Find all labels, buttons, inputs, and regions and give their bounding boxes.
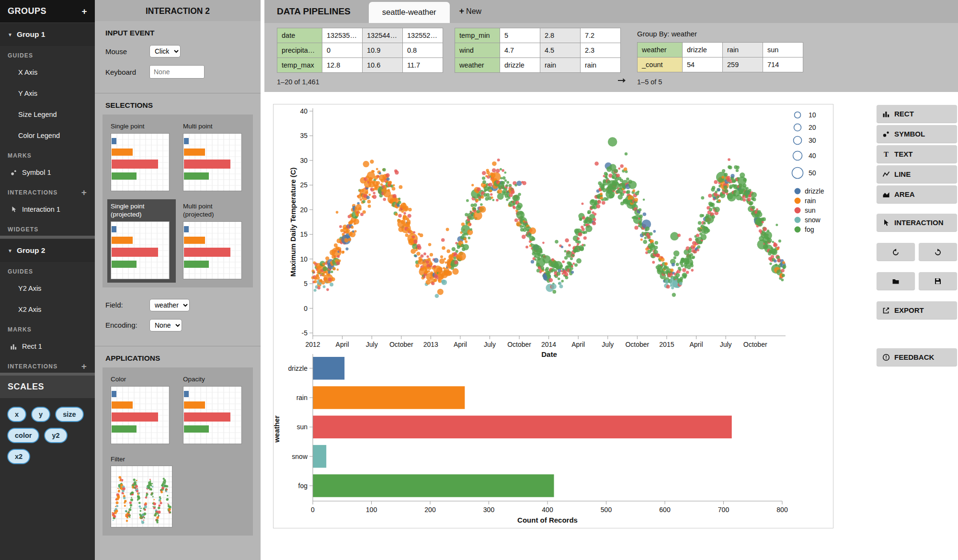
scale-pill-x[interactable]: x: [7, 407, 26, 422]
svg-text:Date: Date: [541, 350, 557, 358]
svg-text:July: July: [366, 341, 378, 348]
pipelines-header-row: DATA PIPELINES seattle-weather +New: [264, 0, 958, 23]
open-button[interactable]: [877, 272, 915, 290]
add-interaction-button-2[interactable]: +: [81, 363, 87, 370]
scale-pill-size[interactable]: size: [55, 407, 83, 422]
encoding-select[interactable]: None: [149, 319, 182, 331]
rect-tool-button[interactable]: RECT: [877, 105, 957, 123]
svg-text:October: October: [507, 341, 531, 348]
interaction-cursor-icon: [10, 206, 18, 213]
mouse-event-select[interactable]: Click: [149, 45, 181, 57]
value-cell: 714: [763, 57, 803, 72]
value-cell: 132544…: [363, 28, 403, 43]
sidebar-item-x-axis[interactable]: X Axis: [0, 62, 95, 83]
scale-pill-color[interactable]: color: [7, 428, 39, 443]
add-group-button[interactable]: +: [81, 8, 87, 15]
field-cell[interactable]: temp_max: [277, 58, 322, 73]
data-table-2: temp_min52.87.2wind4.74.52.3weatherdrizz…: [455, 28, 621, 73]
scale-pill-y[interactable]: y: [31, 407, 50, 422]
svg-text:fog: fog: [805, 226, 814, 233]
svg-text:100: 100: [366, 506, 377, 514]
add-interaction-button-1[interactable]: +: [81, 189, 87, 196]
value-cell: 12.8: [322, 58, 363, 73]
selection-option-grid: Single pointMulti pointSingle point (pro…: [103, 114, 253, 287]
line-icon: [882, 171, 890, 178]
keyboard-input[interactable]: [149, 65, 205, 79]
application-option-color[interactable]: Color: [107, 372, 176, 447]
mouse-row: Mouse Click: [105, 45, 250, 57]
sidebar-item-group-2[interactable]: ▼ Group 2: [0, 239, 95, 262]
marks-section-label-1: MARKS: [0, 146, 95, 162]
interaction-tool-button[interactable]: INTERACTION: [877, 214, 957, 231]
application-option-opacity[interactable]: Opacity: [180, 372, 248, 447]
redo-button[interactable]: [919, 243, 957, 261]
symbol-tool-button[interactable]: SYMBOL: [877, 125, 957, 143]
svg-text:10: 10: [809, 111, 816, 119]
sidebar-item-x2-axis[interactable]: X2 Axis: [0, 299, 95, 320]
svg-text:Maximum Daily Temperature (C): Maximum Daily Temperature (C): [289, 167, 297, 276]
svg-text:July: July: [720, 341, 732, 348]
field-cell[interactable]: precipita…: [277, 43, 322, 58]
svg-text:sun: sun: [805, 206, 816, 214]
value-cell: 2.3: [581, 43, 621, 58]
line-tool-button[interactable]: LINE: [877, 165, 957, 183]
visualization-canvas[interactable]: -505101520253035402012AprilJulyOctober20…: [273, 104, 833, 528]
svg-text:600: 600: [659, 506, 671, 514]
sidebar-item-interaction-1[interactable]: Interaction 1: [0, 199, 95, 220]
scale-pill-y2[interactable]: y2: [44, 428, 67, 443]
sidebar-item-symbol-1[interactable]: Symbol 1: [0, 162, 95, 183]
field-cell[interactable]: weather: [455, 58, 500, 73]
svg-text:30: 30: [300, 157, 308, 164]
groups-header-label: GROUPS: [8, 6, 46, 16]
collapse-caret-icon[interactable]: ▼: [8, 248, 12, 253]
save-button[interactable]: [919, 272, 957, 290]
svg-text:0: 0: [304, 305, 308, 312]
svg-text:July: July: [602, 341, 614, 348]
field-cell[interactable]: date: [277, 28, 322, 43]
option-label: Opacity: [183, 376, 245, 384]
scales-pill-list: xysizecolory2x2: [0, 398, 95, 473]
field-cell[interactable]: temp_min: [455, 28, 500, 43]
selection-option-multi-point-projected[interactable]: Multi point (projected): [180, 199, 248, 283]
selections-heading: SELECTIONS: [105, 101, 250, 110]
svg-text:50: 50: [809, 169, 816, 177]
field-cell[interactable]: _count: [638, 57, 683, 72]
new-pipeline-button[interactable]: +New: [459, 6, 482, 23]
svg-text:400: 400: [542, 506, 553, 514]
selection-thumbnail: [111, 133, 170, 191]
text-tool-button[interactable]: T TEXT: [877, 145, 957, 163]
value-cell: 259: [723, 57, 763, 72]
guides-section-label-1: GUIDES: [0, 46, 95, 62]
sidebar-item-y2-axis[interactable]: Y2 Axis: [0, 278, 95, 299]
mouse-label: Mouse: [105, 47, 149, 56]
application-option-filter[interactable]: Filter: [107, 452, 176, 531]
selection-option-multi-point[interactable]: Multi point: [180, 119, 248, 194]
selection-option-single-point-projected[interactable]: Single point (projected): [107, 199, 176, 283]
sidebar-item-rect-1[interactable]: Rect 1: [0, 336, 95, 357]
sidebar-item-size-legend[interactable]: Size Legend: [0, 104, 95, 125]
svg-text:20: 20: [809, 124, 816, 131]
next-page-button[interactable]: [617, 77, 626, 86]
field-cell[interactable]: weather: [638, 43, 683, 57]
value-cell: 0: [322, 43, 363, 58]
undo-button[interactable]: [877, 243, 915, 261]
vis-svg[interactable]: -505101520253035402012AprilJulyOctober20…: [274, 104, 833, 528]
tab-seattle-weather[interactable]: seattle-weather: [369, 2, 450, 23]
feedback-button[interactable]: FEEDBACK: [877, 348, 957, 366]
pagination-left: 1–20 of 1,461: [277, 78, 319, 86]
svg-text:drizzle: drizzle: [805, 187, 824, 195]
export-button[interactable]: EXPORT: [877, 301, 957, 319]
scale-pill-x2[interactable]: x2: [7, 449, 30, 464]
sidebar-item-group-1[interactable]: ▼ Group 1: [0, 23, 95, 46]
symbol-icon: [882, 130, 890, 138]
divider: [95, 346, 261, 346]
selection-option-single-point[interactable]: Single point: [107, 119, 176, 194]
rect-icon: [882, 110, 890, 118]
svg-text:0: 0: [311, 506, 315, 514]
field-select[interactable]: weather: [149, 299, 190, 311]
area-tool-button[interactable]: AREA: [877, 185, 957, 203]
sidebar-item-y-axis[interactable]: Y Axis: [0, 83, 95, 104]
collapse-caret-icon[interactable]: ▼: [8, 32, 12, 37]
field-cell[interactable]: wind: [455, 43, 500, 58]
sidebar-item-color-legend[interactable]: Color Legend: [0, 125, 95, 146]
